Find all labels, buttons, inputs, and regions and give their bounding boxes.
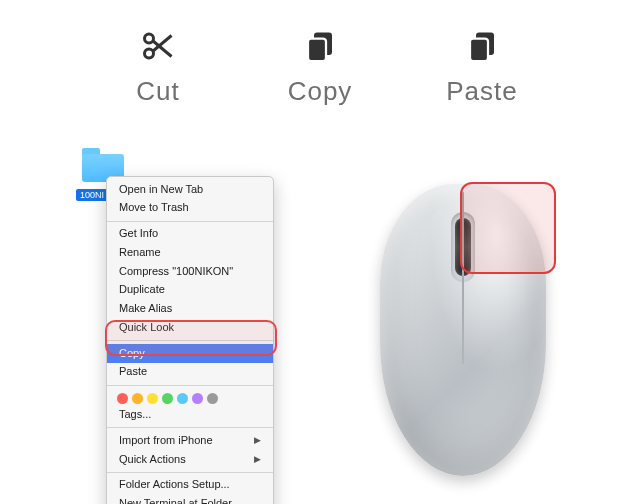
chevron-right-icon: ▶ [254, 454, 261, 465]
desktop-area: 100NI Open in New Tab Move to Trash Get … [76, 148, 124, 202]
tag-green[interactable] [162, 393, 173, 404]
tag-blue[interactable] [177, 393, 188, 404]
menu-duplicate[interactable]: Duplicate [107, 281, 273, 300]
copy-tool[interactable]: Copy [272, 28, 368, 107]
tag-orange[interactable] [132, 393, 143, 404]
menu-quick-actions[interactable]: Quick Actions ▶ [107, 450, 273, 469]
menu-quick-look[interactable]: Quick Look [107, 318, 273, 337]
menu-folder-actions-setup[interactable]: Folder Actions Setup... [107, 476, 273, 495]
mouse-illustration [368, 184, 558, 484]
menu-import-iphone[interactable]: Import from iPhone ▶ [107, 431, 273, 450]
menu-separator [107, 427, 273, 428]
menu-separator [107, 221, 273, 222]
tag-color-row[interactable] [107, 389, 273, 406]
copy-icon [302, 28, 338, 64]
paste-label: Paste [446, 76, 518, 107]
menu-separator [107, 340, 273, 341]
paste-icon [464, 28, 500, 64]
menu-new-terminal[interactable]: New Terminal at Folder [107, 495, 273, 505]
mouse-body [380, 184, 546, 476]
cut-tool[interactable]: Cut [110, 28, 206, 107]
menu-separator [107, 385, 273, 386]
svg-rect-7 [470, 39, 488, 62]
tag-gray[interactable] [207, 393, 218, 404]
menu-paste[interactable]: Paste [107, 363, 273, 382]
tag-purple[interactable] [192, 393, 203, 404]
folder-label[interactable]: 100NI [76, 189, 108, 201]
cut-label: Cut [136, 76, 179, 107]
menu-make-alias[interactable]: Make Alias [107, 300, 273, 319]
chevron-right-icon: ▶ [254, 435, 261, 446]
menu-open-new-tab[interactable]: Open in New Tab [107, 180, 273, 199]
context-menu: Open in New Tab Move to Trash Get Info R… [106, 176, 274, 504]
menu-tags[interactable]: Tags... [107, 406, 273, 425]
svg-rect-5 [308, 39, 326, 62]
copy-label: Copy [288, 76, 353, 107]
menu-move-to-trash[interactable]: Move to Trash [107, 199, 273, 218]
menu-compress[interactable]: Compress "100NIKON" [107, 262, 273, 281]
menu-rename[interactable]: Rename [107, 243, 273, 262]
tag-yellow[interactable] [147, 393, 158, 404]
clipboard-toolbar: Cut Copy Paste [0, 0, 640, 107]
menu-copy[interactable]: Copy [107, 344, 273, 363]
mouse-button-seam [462, 192, 464, 364]
menu-get-info[interactable]: Get Info [107, 225, 273, 244]
tag-red[interactable] [117, 393, 128, 404]
menu-separator [107, 472, 273, 473]
paste-tool[interactable]: Paste [434, 28, 530, 107]
scissors-icon [140, 28, 176, 64]
